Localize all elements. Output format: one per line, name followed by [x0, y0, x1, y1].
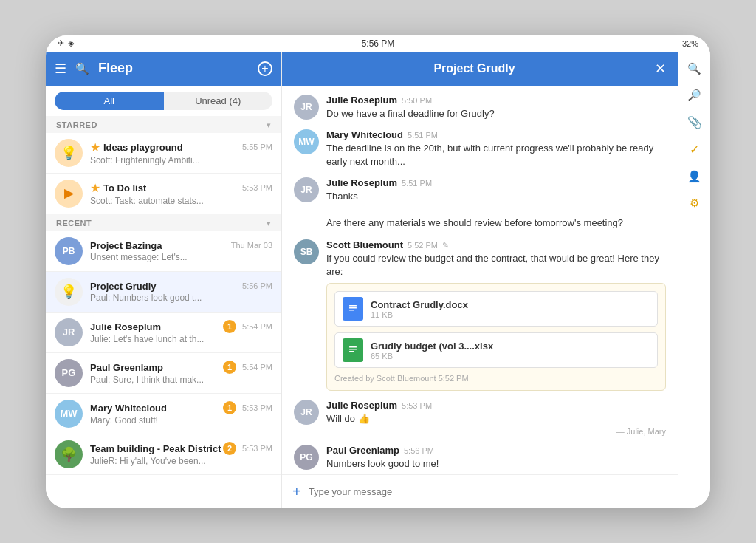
message-time: 5:56 PM [404, 446, 434, 455]
message-row: JR Julie Roseplum 5:51 PM ThanksAre ther… [294, 177, 666, 230]
conv-time: 5:55 PM [242, 143, 272, 151]
message-author: Julie Roseplum [326, 400, 397, 411]
conv-preview: JulieR: Hi y'all, You've been... [90, 456, 272, 466]
list-item[interactable]: 💡 Project Grudly 5:56 PM Paul: Numbers l… [46, 272, 281, 313]
list-item[interactable]: JR Julie Roseplum 1 5:54 PM Julie: Let's… [46, 313, 281, 353]
tab-bar: All Unread (4) [46, 86, 281, 116]
file-item[interactable]: Contract Grudly.docx 11 KB [334, 291, 658, 327]
file-size: 11 KB [371, 310, 468, 319]
avatar: JR [294, 95, 319, 120]
message-row: PG Paul Greenlamp 5:56 PM Numbers look g… [294, 445, 666, 474]
conv-time: Thu Mar 03 [231, 241, 272, 250]
star-icon: ★ [90, 181, 100, 195]
message-row: MW Mary Whitecloud 5:51 PM The deadline … [294, 129, 666, 168]
message-text: Do we have a final deadline for Grudly? [326, 107, 666, 120]
avatar: JR [55, 318, 83, 346]
message-row: SB Scott Bluemount 5:52 PM ✎ If you coul… [294, 239, 666, 391]
conv-preview: Paul: Sure, I think that mak... [90, 375, 272, 385]
chat-header: Project Grudly ✕ [282, 52, 678, 86]
search-members-icon[interactable]: 🔎 [687, 89, 701, 102]
settings-icon[interactable]: ⚙ [690, 197, 699, 210]
svg-rect-2 [349, 307, 357, 309]
file-details: Grudly budget (vol 3....xlsx 65 KB [371, 341, 493, 361]
members-icon[interactable]: 👤 [687, 170, 701, 183]
avatar: JR [294, 400, 319, 425]
recent-chevron[interactable]: ▾ [267, 219, 271, 228]
chat-messages: JR Julie Roseplum 5:50 PM Do we have a f… [282, 86, 678, 474]
message-time: 5:53 PM [402, 401, 432, 410]
unread-badge: 1 [223, 401, 236, 414]
message-author: Julie Roseplum [326, 95, 397, 106]
list-item[interactable]: 🌳 Team building - Peak District 2 5:53 P… [46, 434, 281, 475]
svg-rect-4 [348, 344, 358, 357]
list-item[interactable]: MW Mary Whitecloud 1 5:53 PM Mary: Good … [46, 394, 281, 434]
message-row: JR Julie Roseplum 5:53 PM Will do 👍 — Ju… [294, 400, 666, 436]
list-item[interactable]: ▶ ★ To Do list 5:53 PM Scott: Task: auto… [46, 174, 281, 214]
message-text: If you could review the budget and the c… [326, 252, 666, 279]
file-name: Grudly budget (vol 3....xlsx [371, 341, 493, 352]
message-text: The deadline is on the 20th, but with cu… [326, 142, 666, 168]
tasks-icon[interactable]: ✓ [690, 143, 699, 157]
chat-input-bar: + [282, 474, 678, 508]
tab-all[interactable]: All [55, 92, 164, 110]
conv-preview: Scott: Task: automate stats... [90, 196, 272, 206]
conv-title: Mary Whitecloud [90, 403, 167, 414]
avatar: 🌳 [55, 440, 83, 468]
conv-preview: Mary: Good stuff! [90, 415, 272, 426]
close-icon[interactable]: ✕ [655, 61, 666, 77]
search-messages-icon[interactable]: 🔍 [687, 62, 701, 75]
tab-unread[interactable]: Unread (4) [164, 92, 273, 110]
add-conversation-icon[interactable]: + [258, 61, 272, 76]
message-text: Numbers look good to me! [326, 457, 666, 471]
edit-icon[interactable]: ✎ [442, 241, 449, 250]
list-item[interactable]: PB Project Bazinga Thu Mar 03 Unsent mes… [46, 231, 281, 272]
search-icon[interactable]: 🔍 [75, 62, 89, 75]
message-body: Paul Greenlamp 5:56 PM Numbers look good… [326, 445, 666, 474]
avatar: MW [294, 129, 319, 154]
conv-title: To Do list [103, 182, 146, 194]
avatar: 💡 [55, 139, 83, 167]
status-bar-left: ✈ ◈ [58, 38, 74, 48]
list-item[interactable]: 💡 ★ Ideas playground 5:55 PM Scott: Frig… [46, 133, 281, 174]
sidebar-header: ☰ 🔍 Fleep + [46, 52, 281, 86]
message-author: Mary Whitecloud [326, 129, 403, 140]
status-time: 5:56 PM [362, 38, 395, 49]
file-item[interactable]: Grudly budget (vol 3....xlsx 65 KB [334, 332, 658, 368]
file-size: 65 KB [371, 352, 493, 361]
chat-title: Project Grudly [433, 62, 515, 75]
conv-preview: Unsent message: Let's... [90, 252, 272, 262]
svg-rect-7 [349, 351, 354, 352]
conv-info: Project Grudly 5:56 PM Paul: Numbers loo… [90, 281, 272, 303]
sidebar: ☰ 🔍 Fleep + All Unread (4) STARRED ▾ 💡 [46, 52, 282, 508]
section-starred-header: STARRED ▾ [46, 116, 281, 133]
message-time: 5:51 PM [408, 131, 438, 140]
message-input[interactable] [309, 486, 667, 497]
unread-badge: 2 [223, 442, 236, 455]
conv-title: Julie Roseplum [90, 321, 161, 332]
conv-preview: Julie: Let's have lunch at th... [90, 334, 272, 344]
avatar: SB [294, 239, 319, 264]
list-item[interactable]: PG Paul Greenlamp 1 5:54 PM Paul: Sure, … [46, 353, 281, 394]
conv-info: Project Bazinga Thu Mar 03 Unsent messag… [90, 240, 272, 262]
airplane-icon: ✈ [58, 38, 64, 48]
conv-time: 5:54 PM [242, 322, 272, 331]
message-time: 5:50 PM [402, 96, 432, 105]
avatar: 💡 [55, 278, 83, 306]
conv-info: ★ Ideas playground 5:55 PM Scott: Fright… [90, 140, 272, 165]
message-body: Julie Roseplum 5:51 PM ThanksAre there a… [326, 177, 666, 230]
starred-chevron[interactable]: ▾ [267, 120, 271, 130]
conv-info: Mary Whitecloud 1 5:53 PM Mary: Good stu… [90, 401, 272, 426]
files-icon[interactable]: 📎 [687, 115, 702, 129]
conv-title: Team building - Peak District [90, 443, 221, 454]
conv-info: Julie Roseplum 1 5:54 PM Julie: Let's ha… [90, 320, 272, 344]
message-row: JR Julie Roseplum 5:50 PM Do we have a f… [294, 95, 666, 120]
menu-icon[interactable]: ☰ [55, 61, 66, 77]
conv-title: Project Bazinga [90, 240, 162, 251]
message-text: ThanksAre there any materials we should … [326, 190, 666, 230]
message-meta: — Julie, Mary [326, 427, 666, 436]
add-attachment-icon[interactable]: + [292, 483, 301, 500]
message-author: Paul Greenlamp [326, 445, 399, 456]
xls-icon [343, 338, 363, 362]
message-time: 5:52 PM [408, 241, 438, 250]
conv-time: 5:53 PM [242, 183, 272, 192]
